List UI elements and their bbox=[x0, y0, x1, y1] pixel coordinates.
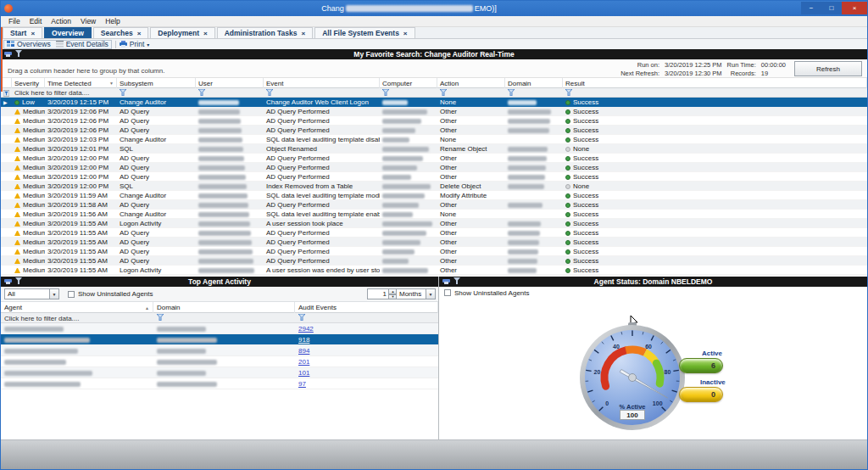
filter-cell[interactable] bbox=[380, 88, 437, 98]
menu-edit[interactable]: Edit bbox=[25, 17, 47, 25]
refresh-button[interactable]: Refresh bbox=[794, 61, 862, 76]
table-row[interactable]: Medium3/20/2019 12:06 PMAD QueryAD Query… bbox=[1, 116, 867, 126]
tab-overview[interactable]: Overview bbox=[44, 27, 92, 38]
table-row[interactable]: ▶Low3/20/2019 12:15 PMChange AuditorChan… bbox=[1, 98, 867, 107]
close-tab-icon[interactable]: × bbox=[137, 30, 142, 37]
tab-administration-tasks[interactable]: Administration Tasks× bbox=[217, 27, 313, 38]
filter-icon[interactable] bbox=[120, 89, 126, 98]
overviews-button[interactable]: Overviews bbox=[7, 40, 51, 48]
menu-file[interactable]: File bbox=[4, 17, 25, 25]
printer-icon[interactable] bbox=[4, 50, 12, 57]
column-header-agent[interactable]: Agent▲ bbox=[1, 302, 153, 313]
inactive-count-pill[interactable]: 0 bbox=[679, 387, 723, 402]
list-item[interactable]: 201 bbox=[1, 356, 438, 367]
table-row[interactable]: Medium3/20/2019 11:55 AMAD QueryAD Query… bbox=[1, 256, 867, 266]
filter-icon[interactable] bbox=[298, 314, 305, 322]
list-item[interactable]: 101 bbox=[1, 367, 438, 378]
column-header-severity[interactable]: Severity bbox=[12, 78, 45, 88]
column-header-audit-events[interactable]: Audit Events bbox=[295, 302, 438, 313]
column-header-subsystem[interactable]: Subsystem bbox=[117, 78, 196, 88]
agent-table-filter-row[interactable]: Click here to filter data.... bbox=[1, 313, 438, 323]
table-row[interactable]: Medium3/20/2019 12:00 PMAD QueryAD Query… bbox=[1, 163, 867, 172]
audit-events-link[interactable]: 2942 bbox=[298, 325, 314, 333]
table-row[interactable]: Medium3/20/2019 12:06 PMAD QueryAD Query… bbox=[1, 107, 867, 116]
printer-icon[interactable] bbox=[442, 277, 450, 284]
close-tab-icon[interactable]: × bbox=[31, 30, 35, 37]
table-row[interactable]: Medium3/20/2019 12:03 PMChange AuditorSQ… bbox=[1, 135, 867, 144]
active-count-pill[interactable]: 6 bbox=[679, 358, 723, 373]
filter-cell[interactable] bbox=[563, 88, 867, 98]
filter-icon[interactable] bbox=[440, 89, 447, 98]
agent-filter-dropdown[interactable]: All ▼ bbox=[4, 288, 59, 299]
menu-action[interactable]: Action bbox=[47, 17, 75, 25]
close-tab-icon[interactable]: × bbox=[301, 30, 305, 37]
table-row[interactable]: Medium3/20/2019 12:01 PMSQLObject Rename… bbox=[1, 144, 867, 154]
list-item[interactable]: 894 bbox=[1, 345, 438, 356]
filter-icon[interactable] bbox=[266, 89, 273, 98]
filter-icon[interactable] bbox=[15, 50, 22, 57]
filter-icon[interactable] bbox=[382, 89, 389, 98]
event-table-filter-row[interactable]: Click here to filter data.... bbox=[1, 88, 867, 98]
table-row[interactable]: Medium3/20/2019 11:55 AMAD QueryAD Query… bbox=[1, 247, 867, 256]
table-row[interactable]: Medium3/20/2019 11:55 AMAD QueryAD Query… bbox=[1, 238, 867, 247]
audit-events-link[interactable]: 201 bbox=[298, 358, 309, 366]
event-details-button[interactable]: Event Details bbox=[56, 40, 108, 48]
filter-icon[interactable] bbox=[198, 89, 205, 98]
filter-icon[interactable] bbox=[157, 314, 164, 322]
filter-cell[interactable] bbox=[153, 313, 295, 323]
table-row[interactable]: Medium3/20/2019 11:55 AMLogon ActivityA … bbox=[1, 219, 867, 228]
filter-cell[interactable] bbox=[117, 88, 196, 98]
list-item[interactable]: 97 bbox=[1, 378, 438, 389]
list-item[interactable]: 2942 bbox=[1, 323, 438, 334]
filter-hint[interactable]: Click here to filter data.... bbox=[12, 88, 117, 98]
table-row[interactable]: Medium3/20/2019 11:55 AMLogon ActivityA … bbox=[1, 266, 867, 275]
filter-hint[interactable]: Click here to filter data.... bbox=[1, 313, 153, 323]
column-header-domain[interactable]: Domain bbox=[505, 78, 563, 88]
audit-events-link[interactable]: 918 bbox=[298, 336, 309, 344]
filter-cell[interactable] bbox=[196, 88, 264, 98]
table-row[interactable]: Medium3/20/2019 12:06 PMAD QueryAD Query… bbox=[1, 126, 867, 135]
column-header-event[interactable]: Event bbox=[264, 78, 380, 88]
table-row[interactable]: Medium3/20/2019 11:55 AMAD QueryAD Query… bbox=[1, 228, 867, 238]
close-tab-icon[interactable]: × bbox=[203, 30, 208, 37]
audit-events-link[interactable]: 97 bbox=[298, 380, 306, 388]
period-stepper[interactable]: 1 ▲ ▼ bbox=[367, 288, 398, 299]
filter-icon[interactable] bbox=[508, 89, 515, 98]
filter-icon[interactable] bbox=[15, 277, 22, 284]
tab-searches[interactable]: Searches× bbox=[93, 27, 148, 38]
audit-events-link[interactable]: 894 bbox=[298, 347, 309, 355]
column-header-user[interactable]: User bbox=[196, 78, 264, 88]
filter-cell[interactable] bbox=[437, 88, 505, 98]
filter-icon[interactable] bbox=[453, 277, 460, 284]
column-header-result[interactable]: Result bbox=[563, 78, 867, 88]
show-uninstalled-checkbox[interactable] bbox=[68, 291, 75, 298]
column-header-domain[interactable]: Domain bbox=[153, 302, 295, 313]
table-row[interactable]: Medium3/20/2019 12:00 PMAD QueryAD Query… bbox=[1, 154, 867, 163]
menu-view[interactable]: View bbox=[76, 17, 100, 25]
list-item[interactable]: 918 bbox=[1, 334, 438, 345]
table-row[interactable]: Medium3/20/2019 11:56 AMChange AuditorSQ… bbox=[1, 210, 867, 219]
column-header-action[interactable]: Action bbox=[437, 78, 505, 88]
close-button[interactable]: × bbox=[842, 2, 867, 14]
tab-all-file-system-events[interactable]: All File System Events× bbox=[314, 27, 415, 38]
printer-icon[interactable] bbox=[4, 277, 12, 284]
minimize-button[interactable]: − bbox=[801, 2, 821, 14]
menu-help[interactable]: Help bbox=[101, 17, 124, 25]
filter-cell[interactable] bbox=[505, 88, 563, 98]
audit-events-link[interactable]: 101 bbox=[298, 369, 309, 377]
table-row[interactable]: Medium3/20/2019 11:59 AMChange AuditorSQ… bbox=[1, 191, 867, 200]
table-row[interactable]: Medium3/20/2019 12:00 PMSQLIndex Removed… bbox=[1, 182, 867, 191]
close-tab-icon[interactable]: × bbox=[403, 30, 408, 37]
print-button[interactable]: Print ▾ bbox=[120, 40, 150, 48]
table-row[interactable]: Medium3/20/2019 12:00 PMAD QueryAD Query… bbox=[1, 172, 867, 182]
filter-cell[interactable] bbox=[295, 313, 438, 323]
column-header-time-detected[interactable]: Time Detected▼ bbox=[45, 78, 117, 88]
column-header-computer[interactable]: Computer bbox=[380, 78, 437, 88]
period-unit-dropdown[interactable]: Months ▼ bbox=[396, 288, 436, 299]
maximize-button[interactable]: □ bbox=[821, 2, 842, 14]
filter-cell[interactable] bbox=[264, 88, 380, 98]
tab-start[interactable]: Start× bbox=[3, 27, 42, 38]
tab-deployment[interactable]: Deployment× bbox=[150, 27, 214, 38]
show-uninstalled-checkbox[interactable] bbox=[444, 289, 451, 296]
filter-icon[interactable] bbox=[565, 89, 572, 98]
